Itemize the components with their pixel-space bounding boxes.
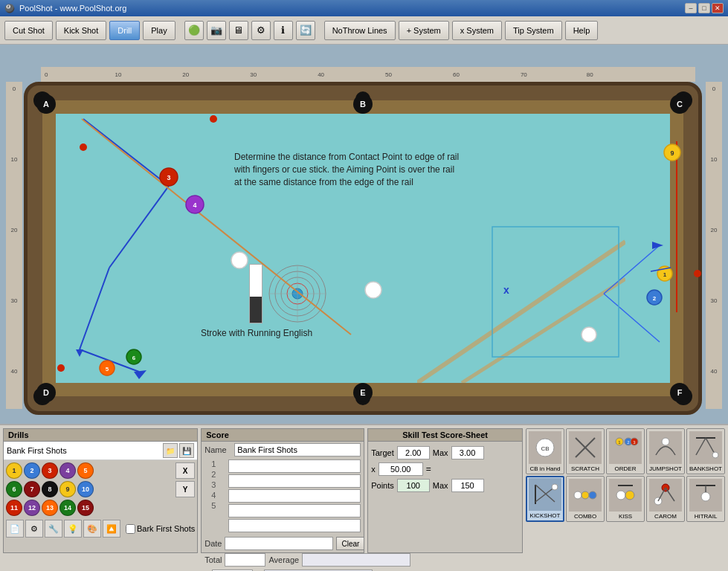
shot-cb-in-hand[interactable]: CB CB in Hand	[526, 428, 564, 474]
points-max-input[interactable]	[451, 479, 484, 492]
svg-line-1	[462, 279, 625, 383]
drill-action-btn-1[interactable]: 📄	[6, 520, 24, 538]
shot-hitrail[interactable]: HITRAIL	[686, 476, 725, 522]
svg-point-58	[712, 452, 718, 458]
target-input[interactable]	[397, 446, 430, 459]
help-button[interactable]: Help	[565, 21, 599, 40]
y-btn[interactable]: Y	[175, 481, 195, 497]
kiss-label: KISS	[619, 513, 632, 520]
svg-point-54	[662, 438, 669, 445]
total-input[interactable]	[225, 553, 265, 567]
hitrail-label: HITRAIL	[695, 513, 718, 520]
shot-kiss[interactable]: KISS	[606, 476, 645, 522]
name-input[interactable]	[234, 443, 361, 457]
maximize-button[interactable]: □	[698, 3, 710, 13]
drill-action-btn-2[interactable]: ⚙	[25, 520, 43, 538]
ball-11[interactable]: 11	[6, 500, 22, 516]
bankshot-label: BANKSHOT	[689, 465, 722, 472]
ball-13[interactable]: 13	[42, 500, 58, 516]
skill-points-row: Points Max	[371, 479, 519, 492]
screen-icon-button[interactable]: 🖥	[229, 21, 248, 40]
drill-folder-icon-btn[interactable]: 📁	[163, 443, 178, 458]
ball-4[interactable]: 4	[59, 462, 76, 479]
ball-8[interactable]: 8	[42, 481, 58, 497]
shot-kickshot[interactable]: KICKSHOT	[526, 476, 564, 522]
score-title: Score	[202, 429, 364, 442]
svg-line-73	[666, 488, 674, 501]
score-inputs-col	[228, 459, 361, 532]
corner-f: F	[670, 383, 689, 402]
ball-6[interactable]: 6	[6, 481, 22, 497]
plus-system-button[interactable]: + System	[399, 21, 449, 40]
date-label: Date	[204, 539, 222, 548]
date-input[interactable]	[225, 537, 333, 550]
skill-content: Target Max x = Points Max	[368, 442, 522, 497]
points-input[interactable]	[397, 479, 430, 492]
info-icon-button[interactable]: ℹ	[274, 21, 293, 40]
power-icon-button[interactable]: 🟢	[184, 21, 204, 40]
average-input[interactable]	[302, 553, 410, 567]
corner-a: A	[36, 94, 56, 114]
ball-5[interactable]: 5	[77, 462, 94, 479]
shot-bankshot[interactable]: BANKSHOT	[686, 428, 725, 474]
max-input[interactable]	[451, 446, 484, 459]
tip-system-button[interactable]: Tip System	[505, 21, 562, 40]
svg-point-75	[701, 492, 710, 501]
skill-equals: =	[426, 464, 431, 474]
shot-jumpshot[interactable]: JUMPSHOT	[646, 428, 685, 474]
skill-title: Skill Test Score-Sheet	[368, 429, 522, 442]
drill-action-btn-4[interactable]: 💡	[64, 520, 82, 538]
svg-point-63	[574, 491, 582, 499]
drill-action-btn-6[interactable]: 🔼	[103, 520, 120, 538]
ball-9[interactable]: 9	[59, 481, 76, 497]
close-button[interactable]: ✕	[712, 3, 724, 13]
svg-line-56	[696, 438, 706, 455]
score-numbers: 1 2 3 4 5	[204, 459, 222, 532]
shot-scratch[interactable]: SCRATCH	[566, 428, 605, 474]
drill-button[interactable]: Drill	[109, 21, 140, 40]
drill-action-btn-5[interactable]: 🎨	[83, 520, 101, 538]
drills-title: Drills	[4, 429, 197, 442]
total-row: Total Average	[202, 552, 364, 568]
skill-x-label: x	[371, 465, 376, 474]
settings-icon-button[interactable]: ⚙	[251, 21, 271, 40]
toolbar: Cut Shot Kick Shot Drill Play 🟢 📷 🖥 ⚙ ℹ …	[0, 16, 728, 45]
drill-action-btn-3[interactable]: 🔧	[45, 520, 62, 538]
ball-3[interactable]: 3	[42, 462, 58, 479]
shot-order[interactable]: 1 2 3 ORDER	[606, 428, 645, 474]
corner-e: E	[353, 383, 373, 402]
minimize-button[interactable]: –	[685, 3, 697, 13]
score-input-1[interactable]	[228, 459, 361, 473]
cut-shot-button[interactable]: Cut Shot	[4, 21, 53, 40]
clear-button[interactable]: Clear	[336, 537, 364, 550]
ball-7[interactable]: 7	[24, 481, 40, 497]
refresh-icon-button[interactable]: 🔄	[296, 21, 315, 40]
ball-1[interactable]: 1	[6, 462, 22, 479]
max-label: Max	[433, 448, 448, 457]
name-label: Name	[204, 445, 231, 454]
shot-carom[interactable]: CAROM	[646, 476, 685, 522]
x-btn[interactable]: X	[175, 462, 195, 479]
target-label: Target	[371, 448, 394, 457]
shot-combo[interactable]: COMBO	[566, 476, 605, 522]
ball-12[interactable]: 12	[24, 500, 40, 516]
score-input-3[interactable]	[228, 489, 361, 503]
bark-checkbox[interactable]	[126, 524, 135, 534]
score-input-5[interactable]	[228, 519, 361, 532]
drill-save-icon-btn[interactable]: 💾	[179, 443, 194, 458]
score-input-4[interactable]	[228, 504, 361, 517]
skill-x-input[interactable]	[379, 462, 423, 476]
ball-2[interactable]: 2	[24, 462, 40, 479]
camera-icon-button[interactable]: 📷	[207, 21, 226, 40]
x-system-button[interactable]: x System	[452, 21, 502, 40]
ball-10[interactable]: 10	[77, 481, 94, 497]
title-left: 🎱 PoolShot - www.PoolShot.org	[4, 4, 126, 13]
score-input-2[interactable]	[228, 474, 361, 488]
play-button[interactable]: Play	[143, 21, 175, 40]
kick-shot-button[interactable]: Kick Shot	[56, 21, 106, 40]
ball-14[interactable]: 14	[59, 500, 76, 516]
ball-15[interactable]: 15	[77, 500, 94, 516]
drills-balls-row3: 11 12 13 14 15	[4, 500, 197, 518]
ruler-top: 0 10 20 30 40 50 60 70 80	[41, 67, 695, 82]
no-throw-button[interactable]: NoThrow Lines	[324, 21, 396, 40]
